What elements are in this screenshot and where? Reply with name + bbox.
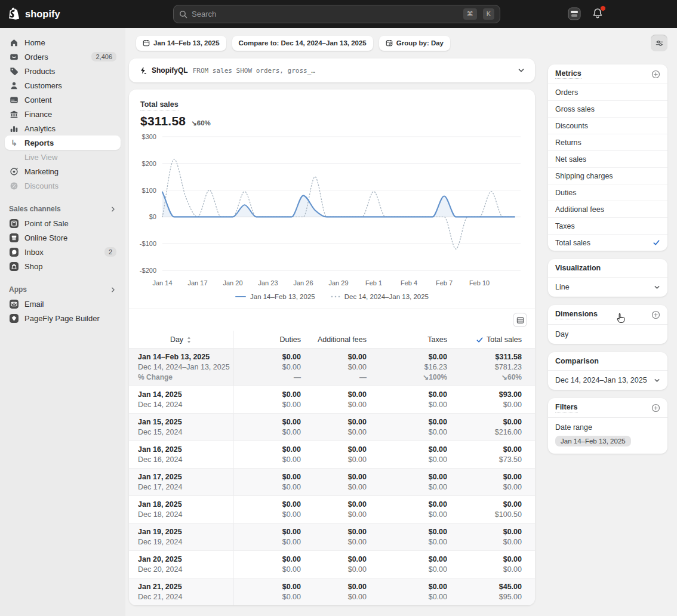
metrics-title[interactable]: Metrics (555, 69, 581, 79)
metric-option-orders[interactable]: Orders (548, 84, 667, 100)
sidebar-item-finance[interactable]: Finance (5, 107, 121, 121)
table-view-toggle[interactable] (513, 313, 527, 327)
group-by-chip[interactable]: Group by: Day (379, 36, 450, 51)
chart-metric-value: $311.58 (140, 114, 186, 128)
metric-option-additional-fees[interactable]: Additional fees (548, 201, 667, 217)
sidebar-item-label: Live View (24, 153, 57, 162)
shopify-wordmark: shopify (25, 8, 60, 20)
sidebar-item-label: Shop (24, 262, 42, 271)
sidebar-item-label: Discounts (24, 181, 59, 190)
svg-text:$200: $200 (142, 160, 156, 167)
table-row[interactable]: Jan 14, 2025 Dec 14, 2024 $0.00 $0.00 $0… (129, 386, 535, 413)
shopifyql-bar[interactable]: ShopifyQL FROM sales SHOW orders, gross_… (129, 58, 535, 82)
count-badge: 2,406 (91, 52, 116, 61)
table-row[interactable]: Jan 17, 2025 Dec 17, 2024 $0.00 $0.00 $0… (129, 468, 535, 495)
svg-text:Jan 14: Jan 14 (152, 279, 172, 287)
legend-dotted-sample (331, 295, 340, 298)
sidebar-item-label: Reports (24, 138, 54, 147)
sidebar-item-label: Finance (24, 110, 52, 119)
sidebar-item-inbox[interactable]: Inbox2 (5, 245, 121, 259)
metric-option-taxes[interactable]: Taxes (548, 217, 667, 234)
legend-previous-period[interactable]: Dec 14, 2024–Jan 13, 2025 (331, 293, 429, 300)
metric-option-gross-sales[interactable]: Gross sales (548, 100, 667, 117)
sidebar-item-label: Content (24, 96, 52, 104)
table-row[interactable]: Jan 19, 2025 Dec 19, 2024 $0.00 $0.00 $0… (129, 523, 535, 550)
app-store-icon (9, 233, 19, 242)
sidebar-item-label: Home (24, 38, 45, 47)
table-row[interactable]: Jan 15, 2025 Dec 15, 2024 $0.00 $0.00 $0… (129, 413, 535, 441)
date-range-chip[interactable]: Jan 14–Feb 13, 2025 (136, 36, 226, 51)
svg-text:-$200: -$200 (140, 267, 156, 274)
line-chart[interactable]: $300$200$100$0-$100-$200Jan 14Jan 17Jan … (129, 131, 535, 291)
chart-metric-title[interactable]: Total sales (140, 100, 179, 110)
sidebar-item-email[interactable]: Email (5, 297, 121, 311)
table-row[interactable]: Jan 18, 2025 Dec 18, 2024 $0.00 $0.00 $0… (129, 495, 535, 523)
column-header-taxes[interactable]: Taxes (367, 331, 447, 348)
legend-current-period[interactable]: Jan 14–Feb 13, 2025 (235, 293, 315, 300)
report-card: Total sales $311.58 ↘60% $300$200$100$0-… (129, 90, 535, 605)
notifications-bell-icon[interactable] (592, 8, 603, 19)
search-icon (179, 10, 187, 19)
sidebar-item-reports[interactable]: ↳Reports (5, 135, 121, 150)
metric-option-net-sales[interactable]: Net sales (548, 150, 667, 167)
sidebar-item-pagefly-page-builder[interactable]: PageFly Page Builder (5, 311, 121, 325)
sidebar-item-label: PageFly Page Builder (24, 314, 100, 323)
compare-to-chip[interactable]: Compare to: Dec 14, 2024–Jan 13, 2025 (232, 36, 373, 51)
add-metric-button[interactable] (651, 70, 660, 79)
metric-option-returns[interactable]: Returns (548, 134, 667, 150)
shopifyql-label: ShopifyQL (152, 66, 188, 75)
sidebar-item-customers[interactable]: Customers (5, 78, 121, 93)
metric-option-shipping-charges[interactable]: Shipping charges (548, 167, 667, 184)
sidebar-item-marketing[interactable]: Marketing (5, 164, 121, 178)
table-row[interactable]: Jan 21, 2025 Dec 21, 2024 $0.00 $0.00 $0… (129, 578, 535, 605)
sidebar-item-products[interactable]: Products (5, 64, 121, 78)
dimension-value[interactable]: Day (548, 325, 667, 344)
comparison-select[interactable]: Dec 14, 2024–Jan 13, 2025 (548, 371, 667, 390)
sidebar-item-shop[interactable]: Shop (5, 259, 121, 273)
chart-metric-change: ↘60% (191, 119, 211, 127)
metric-option-discounts[interactable]: Discounts (548, 117, 667, 134)
global-search[interactable]: ⌘ K (173, 5, 500, 23)
sidebar-item-discounts[interactable]: Discounts (5, 178, 121, 193)
column-header-duties[interactable]: Duties (233, 331, 301, 348)
sidebar-item-orders[interactable]: Orders2,406 (5, 50, 121, 64)
date-range-filter-chip[interactable]: Jan 14–Feb 13, 2025 (555, 436, 631, 446)
calendar-icon (143, 39, 150, 47)
expand-query-button[interactable] (513, 63, 529, 78)
table-row[interactable]: Jan 20, 2025 Dec 20, 2024 $0.00 $0.00 $0… (129, 550, 535, 578)
table-row[interactable]: Jan 16, 2025 Dec 16, 2024 $0.00 $0.00 $0… (129, 441, 535, 468)
add-filter-button[interactable] (651, 404, 660, 412)
filters-card: Filters Date range Jan 14–Feb 13, 2025 (548, 398, 667, 454)
sidebar-item-point-of-sale[interactable]: Point of Sale (5, 216, 121, 230)
chart-legend: Jan 14–Feb 13, 2025 Dec 14, 2024–Jan 13,… (129, 293, 535, 300)
metric-option-duties[interactable]: Duties (548, 184, 667, 201)
dimensions-title[interactable]: Dimensions (555, 310, 598, 319)
report-controls: Jan 14–Feb 13, 2025 Compare to: Dec 14, … (129, 35, 667, 51)
metric-option-total-sales[interactable]: Total sales (548, 234, 667, 251)
filters-title[interactable]: Filters (555, 403, 578, 412)
tree-branch-icon: ↳ (9, 138, 19, 147)
svg-text:Feb 1: Feb 1 (365, 279, 382, 287)
sidebar-item-label: Point of Sale (24, 219, 69, 228)
sidebar-item-live-view[interactable]: Live View (5, 150, 121, 164)
visualization-select[interactable]: Line (548, 278, 667, 297)
add-dimension-button[interactable] (651, 310, 660, 319)
app-pos-icon (9, 219, 19, 228)
sidebar: HomeOrders2,406ProductsCustomersContentF… (0, 28, 125, 616)
section-header-sales-channels[interactable]: Sales channels (5, 202, 121, 216)
customize-panel-toggle[interactable] (651, 35, 667, 51)
shopify-logo[interactable]: shopify (0, 7, 69, 21)
sidebar-item-home[interactable]: Home (5, 35, 121, 50)
person-icon (9, 81, 19, 90)
search-input[interactable] (192, 10, 457, 19)
column-header-total-sales[interactable]: Total sales (447, 331, 522, 348)
sidebar-item-label: Online Store (24, 233, 67, 242)
section-header-apps[interactable]: Apps (5, 282, 121, 297)
column-header-additional-fees[interactable]: Additional fees (301, 331, 367, 348)
sidebar-item-online-store[interactable]: Online Store (5, 230, 121, 245)
sidebar-item-content[interactable]: Content (5, 93, 121, 107)
calendar-clock-icon (386, 39, 393, 47)
store-avatar[interactable] (568, 7, 581, 20)
column-header-day[interactable]: Day (129, 331, 233, 348)
sidebar-item-analytics[interactable]: Analytics (5, 121, 121, 135)
